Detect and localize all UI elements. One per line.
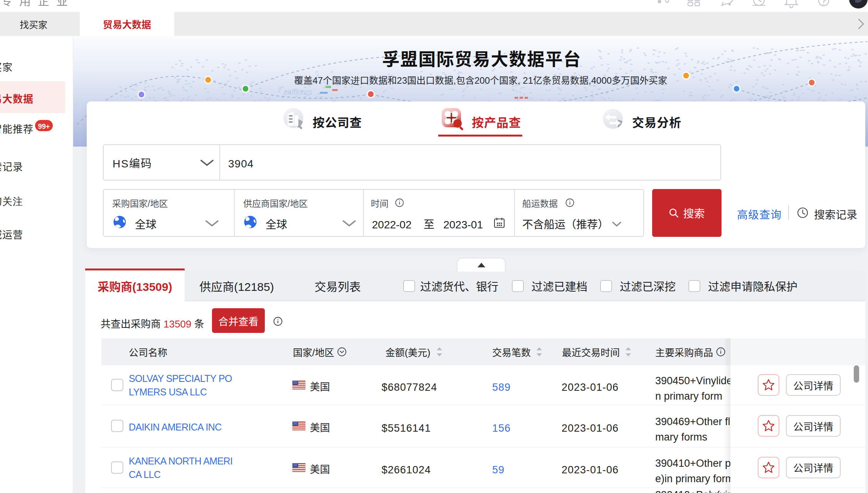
svg-text:zafflores: zafflores <box>283 86 313 97</box>
